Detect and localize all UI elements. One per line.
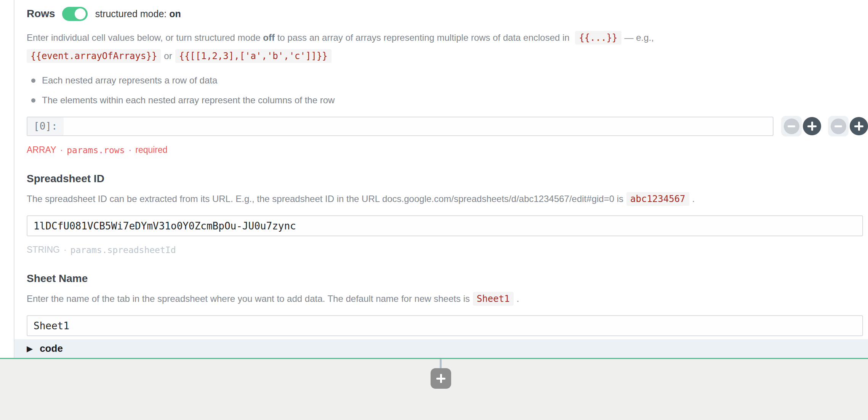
- minus-icon: [784, 119, 799, 134]
- remove-row-button[interactable]: [828, 116, 849, 136]
- rows-field-header: Rows structured mode: on: [27, 6, 868, 21]
- description-text: or: [164, 51, 172, 61]
- spreadsheet-id-input[interactable]: [27, 215, 863, 236]
- rows-array-input-row: [0]:: [27, 116, 868, 136]
- plus-icon: [807, 122, 817, 131]
- rows-field-label: Rows: [27, 8, 55, 20]
- add-step-button[interactable]: [431, 368, 451, 389]
- cell-controls: [781, 116, 821, 136]
- bullet-item: The elements within each nested array re…: [27, 95, 868, 106]
- left-gutter-divider: [14, 0, 14, 358]
- minus-icon: [831, 119, 846, 134]
- array-controls: [781, 116, 868, 136]
- add-row-button[interactable]: [850, 117, 868, 135]
- bullet-item: Each nested array represents a row of da…: [27, 75, 868, 86]
- description-text: Enter the name of the tab in the spreads…: [27, 293, 470, 304]
- plus-icon: [854, 122, 863, 131]
- meta-separator: ·: [60, 145, 63, 155]
- description-off-emphasis: off: [263, 32, 275, 43]
- description-text: — e.g.,: [625, 32, 654, 43]
- spreadsheet-id-description: The spreadsheet ID can be extracted from…: [27, 191, 868, 207]
- description-text: .: [517, 293, 519, 304]
- toggle-knob-icon: [75, 8, 86, 19]
- param-path: params.rows: [67, 145, 125, 155]
- step-config-form: Rows structured mode: on Enter individua…: [0, 0, 868, 355]
- array-of-arrays-code-chip: {{event.arrayOfArrays}}: [27, 49, 161, 63]
- add-cell-button[interactable]: [803, 117, 821, 135]
- caret-right-icon: ▶: [27, 344, 33, 353]
- literal-array-code-chip: {{[[1,2,3],['a','b','c']]}}: [175, 49, 332, 63]
- plus-icon: [436, 374, 445, 383]
- structured-mode-text: structured mode: on: [95, 8, 181, 19]
- spreadsheet-id-example-chip: abc1234567: [626, 192, 689, 206]
- param-type: ARRAY: [27, 145, 56, 155]
- description-text: .: [692, 194, 695, 204]
- braces-code-chip: {{...}}: [575, 31, 621, 45]
- structured-mode-toggle[interactable]: [62, 7, 88, 21]
- param-path: params.spreadsheetId: [70, 245, 176, 255]
- spreadsheet-id-param-meta: STRING · params.spreadsheetId: [27, 245, 868, 255]
- rows-field-description: Enter individual cell values below, or t…: [27, 30, 850, 46]
- meta-separator: ·: [129, 145, 132, 155]
- spreadsheet-id-label: Spreadsheet ID: [27, 173, 868, 185]
- sheet-name-label: Sheet Name: [27, 273, 868, 285]
- code-section-toggle[interactable]: ▶ code: [14, 339, 868, 358]
- sheet-name-default-chip: Sheet1: [473, 292, 514, 306]
- structured-mode-label: structured mode:: [95, 8, 170, 19]
- param-required-flag: required: [135, 145, 167, 155]
- workflow-canvas: [0, 359, 868, 420]
- rows-param-meta: ARRAY · params.rows · required: [27, 145, 868, 155]
- rows-field-bullet-list: Each nested array represents a row of da…: [27, 75, 868, 106]
- remove-cell-button[interactable]: [781, 116, 802, 136]
- rows-array-item-field: [0]:: [27, 117, 774, 136]
- code-section-label: code: [40, 343, 63, 354]
- meta-separator: ·: [64, 245, 67, 255]
- row-controls: [828, 116, 868, 136]
- description-text: to pass an array of arrays representing …: [275, 32, 572, 43]
- array-index-prefix: [0]:: [27, 117, 64, 135]
- description-text: Enter individual cell values below, or t…: [27, 32, 263, 43]
- structured-mode-state: on: [169, 8, 181, 19]
- sheet-name-input[interactable]: [27, 315, 863, 336]
- sheet-name-description: Enter the name of the tab in the spreads…: [27, 291, 868, 307]
- rows-array-item-input[interactable]: [64, 117, 773, 135]
- rows-field-description-examples: {{event.arrayOfArrays}}or{{[[1,2,3],['a'…: [27, 48, 868, 64]
- description-text: The spreadsheet ID can be extracted from…: [27, 194, 623, 204]
- param-type: STRING: [27, 245, 60, 255]
